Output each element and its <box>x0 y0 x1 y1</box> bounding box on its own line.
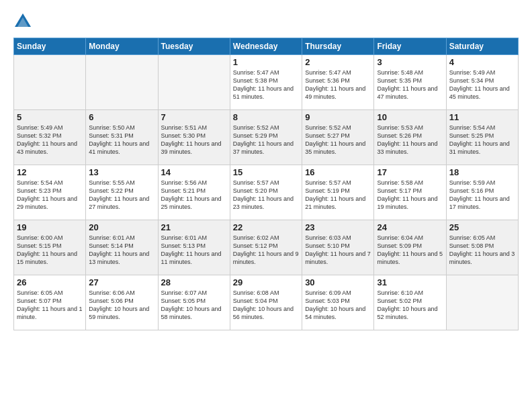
day-number: 3 <box>377 57 443 67</box>
header-tuesday: Tuesday <box>158 38 230 55</box>
day-number: 7 <box>161 112 227 122</box>
calendar-cell <box>86 55 158 110</box>
day-number: 17 <box>377 167 443 177</box>
header-friday: Friday <box>374 38 446 55</box>
calendar-cell <box>446 275 518 330</box>
day-number: 2 <box>305 57 371 67</box>
calendar-cell: 16Sunrise: 5:57 AM Sunset: 5:19 PM Dayli… <box>302 165 374 220</box>
day-number: 5 <box>17 112 83 122</box>
header-saturday: Saturday <box>446 38 518 55</box>
calendar-cell: 8Sunrise: 5:52 AM Sunset: 5:29 PM Daylig… <box>230 110 302 165</box>
cell-text: Sunrise: 6:00 AM Sunset: 5:15 PM Dayligh… <box>17 234 83 267</box>
calendar-cell: 7Sunrise: 5:51 AM Sunset: 5:30 PM Daylig… <box>158 110 230 165</box>
calendar-cell: 19Sunrise: 6:00 AM Sunset: 5:15 PM Dayli… <box>14 220 86 275</box>
calendar-cell: 4Sunrise: 5:49 AM Sunset: 5:34 PM Daylig… <box>446 55 518 110</box>
day-number: 11 <box>449 112 515 122</box>
cell-text: Sunrise: 6:07 AM Sunset: 5:05 PM Dayligh… <box>161 289 227 322</box>
logo-icon <box>13 12 32 31</box>
calendar-cell: 23Sunrise: 6:03 AM Sunset: 5:10 PM Dayli… <box>302 220 374 275</box>
cell-text: Sunrise: 5:50 AM Sunset: 5:31 PM Dayligh… <box>89 124 154 156</box>
day-number: 14 <box>161 167 227 177</box>
day-number: 19 <box>17 222 83 232</box>
calendar-cell: 18Sunrise: 5:59 AM Sunset: 5:16 PM Dayli… <box>446 165 518 220</box>
calendar-cell: 22Sunrise: 6:02 AM Sunset: 5:12 PM Dayli… <box>230 220 302 275</box>
calendar-cell: 2Sunrise: 5:47 AM Sunset: 5:36 PM Daylig… <box>302 55 374 110</box>
cell-text: Sunrise: 5:57 AM Sunset: 5:19 PM Dayligh… <box>305 179 371 212</box>
cell-text: Sunrise: 5:48 AM Sunset: 5:35 PM Dayligh… <box>377 68 443 101</box>
calendar-cell: 28Sunrise: 6:07 AM Sunset: 5:05 PM Dayli… <box>158 275 230 330</box>
header-thursday: Thursday <box>302 38 374 55</box>
calendar-week-row: 5Sunrise: 5:49 AM Sunset: 5:32 PM Daylig… <box>14 110 519 165</box>
cell-text: Sunrise: 6:02 AM Sunset: 5:12 PM Dayligh… <box>233 234 299 267</box>
header-monday: Monday <box>86 38 158 55</box>
calendar-cell: 3Sunrise: 5:48 AM Sunset: 5:35 PM Daylig… <box>374 55 446 110</box>
cell-text: Sunrise: 5:55 AM Sunset: 5:22 PM Dayligh… <box>89 179 154 212</box>
calendar-cell: 5Sunrise: 5:49 AM Sunset: 5:32 PM Daylig… <box>14 110 86 165</box>
cell-text: Sunrise: 5:54 AM Sunset: 5:25 PM Dayligh… <box>449 124 515 156</box>
cell-text: Sunrise: 6:06 AM Sunset: 5:06 PM Dayligh… <box>89 289 154 322</box>
calendar-cell: 24Sunrise: 6:04 AM Sunset: 5:09 PM Dayli… <box>374 220 446 275</box>
calendar-header-row: Sunday Monday Tuesday Wednesday Thursday… <box>14 38 519 55</box>
calendar-week-row: 26Sunrise: 6:05 AM Sunset: 5:07 PM Dayli… <box>14 275 519 330</box>
day-number: 21 <box>161 222 227 232</box>
cell-text: Sunrise: 5:52 AM Sunset: 5:29 PM Dayligh… <box>233 124 299 156</box>
cell-text: Sunrise: 5:47 AM Sunset: 5:36 PM Dayligh… <box>305 68 371 101</box>
day-number: 31 <box>377 277 443 287</box>
cell-text: Sunrise: 5:49 AM Sunset: 5:34 PM Dayligh… <box>449 68 515 101</box>
day-number: 30 <box>305 277 371 287</box>
calendar-cell: 14Sunrise: 5:56 AM Sunset: 5:21 PM Dayli… <box>158 165 230 220</box>
day-number: 15 <box>233 167 299 177</box>
cell-text: Sunrise: 5:49 AM Sunset: 5:32 PM Dayligh… <box>17 124 83 156</box>
calendar-cell: 1Sunrise: 5:47 AM Sunset: 5:38 PM Daylig… <box>230 55 302 110</box>
cell-text: Sunrise: 5:56 AM Sunset: 5:21 PM Dayligh… <box>161 179 227 212</box>
calendar-cell: 20Sunrise: 6:01 AM Sunset: 5:14 PM Dayli… <box>86 220 158 275</box>
calendar-cell: 6Sunrise: 5:50 AM Sunset: 5:31 PM Daylig… <box>86 110 158 165</box>
cell-text: Sunrise: 5:59 AM Sunset: 5:16 PM Dayligh… <box>449 179 515 212</box>
cell-text: Sunrise: 5:47 AM Sunset: 5:38 PM Dayligh… <box>233 68 299 101</box>
cell-text: Sunrise: 5:54 AM Sunset: 5:23 PM Dayligh… <box>17 179 83 212</box>
cell-text: Sunrise: 6:09 AM Sunset: 5:03 PM Dayligh… <box>305 289 371 322</box>
day-number: 18 <box>449 167 515 177</box>
calendar-cell: 12Sunrise: 5:54 AM Sunset: 5:23 PM Dayli… <box>14 165 86 220</box>
header <box>13 12 519 31</box>
day-number: 10 <box>377 112 443 122</box>
calendar-cell: 10Sunrise: 5:53 AM Sunset: 5:26 PM Dayli… <box>374 110 446 165</box>
day-number: 22 <box>233 222 299 232</box>
calendar-cell: 29Sunrise: 6:08 AM Sunset: 5:04 PM Dayli… <box>230 275 302 330</box>
cell-text: Sunrise: 5:51 AM Sunset: 5:30 PM Dayligh… <box>161 124 227 156</box>
calendar-cell: 11Sunrise: 5:54 AM Sunset: 5:25 PM Dayli… <box>446 110 518 165</box>
day-number: 24 <box>377 222 443 232</box>
day-number: 25 <box>449 222 515 232</box>
cell-text: Sunrise: 6:05 AM Sunset: 5:08 PM Dayligh… <box>449 234 515 267</box>
day-number: 23 <box>305 222 371 232</box>
calendar-cell: 9Sunrise: 5:52 AM Sunset: 5:27 PM Daylig… <box>302 110 374 165</box>
day-number: 8 <box>233 112 299 122</box>
calendar-cell: 30Sunrise: 6:09 AM Sunset: 5:03 PM Dayli… <box>302 275 374 330</box>
logo <box>13 12 35 31</box>
cell-text: Sunrise: 6:03 AM Sunset: 5:10 PM Dayligh… <box>305 234 371 267</box>
day-number: 1 <box>233 57 299 67</box>
day-number: 4 <box>449 57 515 67</box>
calendar-cell: 31Sunrise: 6:10 AM Sunset: 5:02 PM Dayli… <box>374 275 446 330</box>
day-number: 29 <box>233 277 299 287</box>
day-number: 6 <box>89 112 154 122</box>
calendar-cell: 26Sunrise: 6:05 AM Sunset: 5:07 PM Dayli… <box>14 275 86 330</box>
calendar-cell <box>158 55 230 110</box>
calendar-week-row: 19Sunrise: 6:00 AM Sunset: 5:15 PM Dayli… <box>14 220 519 275</box>
cell-text: Sunrise: 5:53 AM Sunset: 5:26 PM Dayligh… <box>377 124 443 156</box>
day-number: 27 <box>89 277 154 287</box>
cell-text: Sunrise: 6:01 AM Sunset: 5:13 PM Dayligh… <box>161 234 227 267</box>
day-number: 13 <box>89 167 154 177</box>
calendar-cell <box>14 55 86 110</box>
cell-text: Sunrise: 6:04 AM Sunset: 5:09 PM Dayligh… <box>377 234 443 267</box>
cell-text: Sunrise: 5:52 AM Sunset: 5:27 PM Dayligh… <box>305 124 371 156</box>
calendar-week-row: 1Sunrise: 5:47 AM Sunset: 5:38 PM Daylig… <box>14 55 519 110</box>
day-number: 9 <box>305 112 371 122</box>
page: Sunday Monday Tuesday Wednesday Thursday… <box>0 0 532 411</box>
calendar-cell: 25Sunrise: 6:05 AM Sunset: 5:08 PM Dayli… <box>446 220 518 275</box>
cell-text: Sunrise: 6:01 AM Sunset: 5:14 PM Dayligh… <box>89 234 154 267</box>
calendar-cell: 21Sunrise: 6:01 AM Sunset: 5:13 PM Dayli… <box>158 220 230 275</box>
cell-text: Sunrise: 5:58 AM Sunset: 5:17 PM Dayligh… <box>377 179 443 212</box>
cell-text: Sunrise: 6:05 AM Sunset: 5:07 PM Dayligh… <box>17 289 83 322</box>
calendar-cell: 15Sunrise: 5:57 AM Sunset: 5:20 PM Dayli… <box>230 165 302 220</box>
